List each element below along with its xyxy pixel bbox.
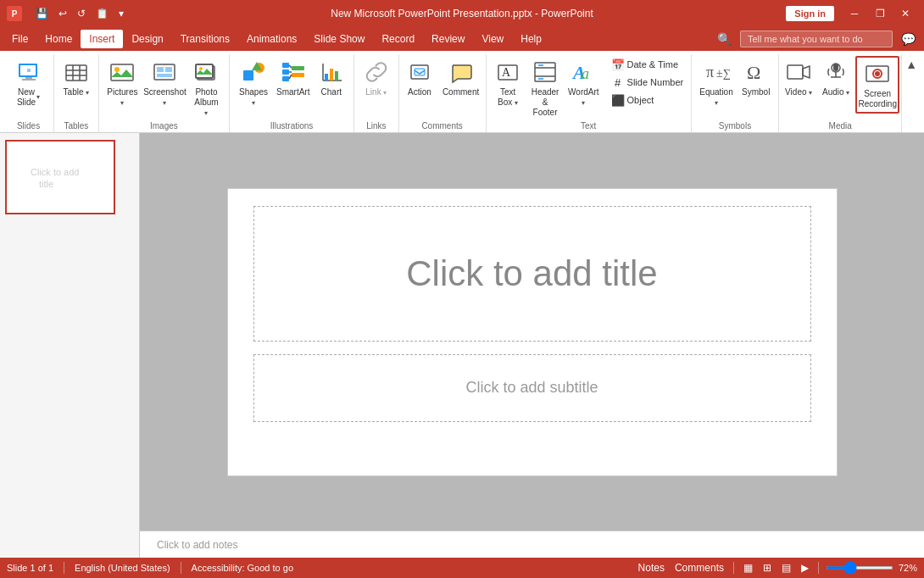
symbol-button[interactable]: Ω Symbol xyxy=(738,56,774,100)
svg-text:±∑: ±∑ xyxy=(716,67,730,80)
separator-2 xyxy=(181,562,181,574)
clipboard-button[interactable]: 📋 xyxy=(92,6,112,21)
screenshot-button[interactable]: Screenshot ▾ xyxy=(142,56,186,110)
video-icon xyxy=(785,58,812,86)
textbox-label: TextBox ▾ xyxy=(498,87,518,108)
comment-button[interactable]: Comment xyxy=(439,56,482,100)
date-time-button[interactable]: 📅 Date & Time xyxy=(608,56,687,73)
new-slide-button[interactable]: NewSlide ▾ xyxy=(8,56,50,110)
menu-right: 🔍 💬 xyxy=(712,31,921,47)
svg-rect-2 xyxy=(25,77,32,79)
smartart-button[interactable]: SmartArt xyxy=(275,56,312,100)
ribbon-group-text-items: A TextBox ▾ Hea xyxy=(490,56,687,120)
links-group-label: Links xyxy=(366,121,386,131)
ribbon-group-illustrations: Shapes ▾ xyxy=(230,54,354,132)
quick-access-toolbar: 💾 ↩ ↺ 📋 ▾ xyxy=(32,6,127,21)
menu-transitions[interactable]: Transitions xyxy=(172,30,238,48)
save-button[interactable]: 💾 xyxy=(32,6,52,21)
header-footer-button[interactable]: Header& Footer xyxy=(527,56,563,120)
screen-recording-button[interactable]: ScreenRecording xyxy=(855,56,899,114)
slide-subtitle-area[interactable]: Click to add subtitle xyxy=(253,354,811,422)
outline-view-icon[interactable]: ⊞ xyxy=(760,561,774,575)
menu-home[interactable]: Home xyxy=(36,30,81,48)
video-button[interactable]: Video ▾ xyxy=(781,56,816,100)
table-button[interactable]: Table ▾ xyxy=(58,56,94,100)
wordart-button[interactable]: A a WordArt ▾ xyxy=(565,56,603,110)
menu-help[interactable]: Help xyxy=(512,30,550,48)
menu-file[interactable]: File xyxy=(3,30,36,48)
action-button[interactable]: Action xyxy=(402,56,437,100)
svg-text:π: π xyxy=(706,64,714,81)
photo-album-label: PhotoAlbum ▾ xyxy=(192,87,220,118)
svg-rect-24 xyxy=(282,69,289,75)
slideshow-icon[interactable]: ▶ xyxy=(799,561,811,575)
restore-button[interactable]: ❐ xyxy=(868,5,892,22)
photo-album-button[interactable]: PhotoAlbum ▾ xyxy=(188,56,224,120)
ribbon-collapse-button[interactable]: ▲ xyxy=(902,56,921,73)
search-input[interactable] xyxy=(740,31,893,47)
illustrations-group-label: Illustrations xyxy=(270,121,314,131)
ribbon-group-tables-items: Table ▾ xyxy=(58,56,94,120)
normal-view-icon[interactable]: ▦ xyxy=(741,561,755,575)
svg-text:title: title xyxy=(39,179,53,189)
ribbon-group-illustrations-items: Shapes ▾ xyxy=(234,56,348,120)
chat-icon[interactable]: 💬 xyxy=(896,31,921,47)
text-right-col: 📅 Date & Time # Slide Number ⬛ Object xyxy=(608,56,687,108)
slide-number-button[interactable]: # Slide Number xyxy=(608,74,687,91)
object-icon: ⬛ xyxy=(611,93,625,107)
redo-button[interactable]: ↺ xyxy=(74,6,89,21)
zoom-slider[interactable] xyxy=(826,566,893,570)
slide-canvas: Click to add title Click to add subtitle xyxy=(227,188,838,476)
comments-toggle[interactable]: Comments xyxy=(672,561,726,575)
undo-button[interactable]: ↩ xyxy=(55,6,70,21)
comment-label: Comment xyxy=(443,87,479,97)
menu-view[interactable]: View xyxy=(473,30,512,48)
reading-view-icon[interactable]: ▤ xyxy=(779,561,793,575)
notes-toggle[interactable]: Notes xyxy=(636,561,667,575)
accessibility-status[interactable]: Accessibility: Good to go xyxy=(192,563,293,573)
menu-animations[interactable]: Animations xyxy=(238,30,305,48)
svg-rect-34 xyxy=(330,69,333,81)
chart-icon xyxy=(318,58,345,86)
menu-design[interactable]: Design xyxy=(123,30,171,48)
help-icon[interactable]: 🔍 xyxy=(712,31,737,47)
title-bar-left: P 💾 ↩ ↺ 📋 ▾ xyxy=(7,6,127,21)
slide-thumbnail-1[interactable]: Click to add title xyxy=(5,140,115,214)
audio-button[interactable]: Audio ▾ xyxy=(818,56,854,100)
equation-button[interactable]: π ±∑ Equation ▾ xyxy=(696,56,736,110)
shapes-button[interactable]: Shapes ▾ xyxy=(234,56,272,110)
comments-group-label: Comments xyxy=(421,121,462,131)
status-bar-right: Notes Comments ▦ ⊞ ▤ ▶ 72% xyxy=(636,561,917,575)
textbox-button[interactable]: A TextBox ▾ xyxy=(490,56,526,110)
title-bar-right: Sign in ─ ❐ ✕ xyxy=(786,5,917,22)
slide-subtitle-placeholder: Click to add subtitle xyxy=(465,379,598,397)
menu-review[interactable]: Review xyxy=(423,30,473,48)
menu-insert[interactable]: Insert xyxy=(81,30,123,48)
close-button[interactable]: ✕ xyxy=(893,5,917,22)
svg-text:Ω: Ω xyxy=(747,62,760,83)
link-button[interactable]: Link ▾ xyxy=(359,56,394,100)
chart-button[interactable]: Chart xyxy=(314,56,349,100)
slide-info: Slide 1 of 1 xyxy=(7,563,53,573)
sign-in-button[interactable]: Sign in xyxy=(786,6,834,21)
object-label: Object xyxy=(627,95,654,105)
window-title: New Microsoft PowerPoint Presentation.pp… xyxy=(331,8,593,19)
object-button[interactable]: ⬛ Object xyxy=(608,92,687,108)
action-icon xyxy=(406,58,433,86)
customize-quick-access-button[interactable]: ▾ xyxy=(115,6,127,21)
shapes-label: Shapes ▾ xyxy=(237,87,269,108)
slide-title-area[interactable]: Click to add title xyxy=(253,206,811,342)
menu-slideshow[interactable]: Slide Show xyxy=(305,30,373,48)
ribbon-group-tables: Table ▾ Tables xyxy=(54,54,99,132)
notes-area[interactable]: Click to add notes xyxy=(140,531,924,558)
menu-record[interactable]: Record xyxy=(373,30,423,48)
images-group-label: Images xyxy=(150,121,178,131)
ribbon-content: NewSlide ▾ Slides xyxy=(0,51,924,132)
svg-rect-17 xyxy=(196,64,213,78)
svg-rect-59 xyxy=(9,143,111,211)
minimize-button[interactable]: ─ xyxy=(843,5,866,22)
media-group-label: Media xyxy=(829,121,852,131)
video-label: Video ▾ xyxy=(785,87,812,97)
pictures-button[interactable]: Pictures ▾ xyxy=(103,56,141,110)
svg-rect-20 xyxy=(243,70,253,81)
